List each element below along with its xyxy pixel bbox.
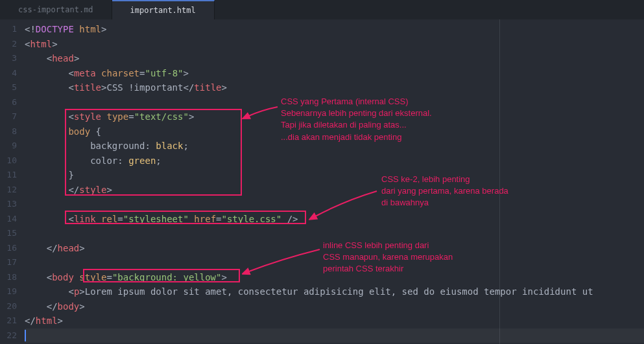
tab-important-html[interactable]: important.html bbox=[112, 0, 215, 19]
code-line: <body style="background: yellow"> bbox=[25, 270, 644, 285]
line-number: 7 bbox=[0, 109, 25, 124]
tab-bar: css-important.md important.html bbox=[0, 0, 644, 19]
code-line: </style> bbox=[25, 183, 644, 198]
line-number: 12 bbox=[0, 183, 25, 198]
code-line: <p>Lorem ipsum dolor sit amet, consectet… bbox=[25, 284, 644, 299]
line-number: 3 bbox=[0, 51, 25, 66]
editor[interactable]: 1 2 3 4 5 6 7 8 9 10 11 12 13 14 15 16 1… bbox=[0, 19, 644, 344]
code-line: <style type="text/css"> bbox=[25, 109, 644, 124]
code-line: <!DOCTYPE html> bbox=[25, 22, 644, 37]
line-number: 1 bbox=[0, 22, 25, 37]
code-line: } bbox=[25, 168, 644, 183]
code-line bbox=[25, 95, 644, 110]
line-number: 5 bbox=[0, 80, 25, 95]
line-number: 22 bbox=[0, 328, 25, 343]
line-number: 15 bbox=[0, 226, 25, 241]
code-line bbox=[25, 226, 644, 241]
line-number: 8 bbox=[0, 124, 25, 139]
tab-label: css-important.md bbox=[18, 5, 93, 14]
cursor bbox=[25, 330, 26, 341]
code-line: <meta charset="utf-8"> bbox=[25, 66, 644, 81]
code-line: <html> bbox=[25, 37, 644, 52]
line-number: 13 bbox=[0, 197, 25, 212]
line-number: 19 bbox=[0, 284, 25, 299]
line-number: 9 bbox=[0, 139, 25, 154]
code-line: </body> bbox=[25, 299, 644, 314]
code-line: </head> bbox=[25, 241, 644, 256]
line-number: 20 bbox=[0, 299, 25, 314]
line-number: 16 bbox=[0, 241, 25, 256]
line-number: 10 bbox=[0, 154, 25, 168]
code-line bbox=[25, 328, 644, 343]
line-number: 21 bbox=[0, 314, 25, 328]
line-number: 14 bbox=[0, 212, 25, 227]
gutter: 1 2 3 4 5 6 7 8 9 10 11 12 13 14 15 16 1… bbox=[0, 19, 25, 344]
tab-css-important-md[interactable]: css-important.md bbox=[0, 0, 112, 19]
code-line bbox=[25, 197, 644, 212]
line-number: 6 bbox=[0, 95, 25, 110]
code-line: </html> bbox=[25, 314, 644, 328]
code-line bbox=[25, 255, 644, 270]
line-number: 2 bbox=[0, 37, 25, 52]
line-number: 18 bbox=[0, 270, 25, 285]
code-line: <head> bbox=[25, 51, 644, 66]
line-number: 4 bbox=[0, 66, 25, 81]
code-line: color: green; bbox=[25, 154, 644, 168]
code-line: body { bbox=[25, 124, 644, 139]
line-number: 17 bbox=[0, 255, 25, 270]
code-area[interactable]: <!DOCTYPE html> <html> <head> <meta char… bbox=[25, 19, 644, 344]
code-line: <link rel="stylesheet" href="style.css" … bbox=[25, 212, 644, 227]
code-line: <title>CSS !important</title> bbox=[25, 80, 644, 95]
tab-label: important.html bbox=[130, 6, 196, 15]
code-line: background: black; bbox=[25, 139, 644, 154]
line-number: 11 bbox=[0, 168, 25, 183]
